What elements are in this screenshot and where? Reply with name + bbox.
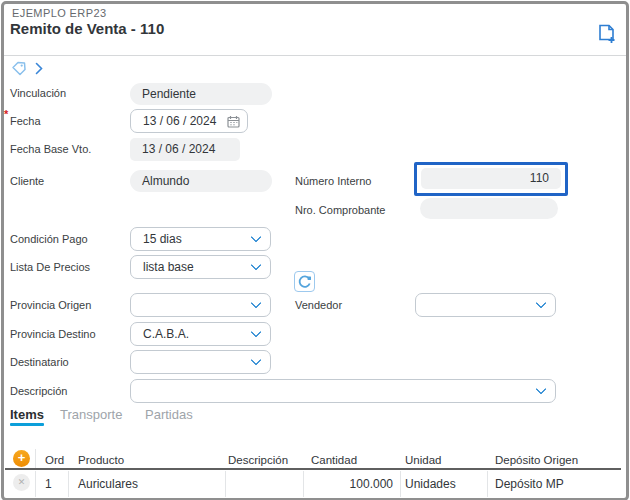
cell-producto: Auriculares [78, 477, 138, 491]
cell-ord: 1 [45, 477, 52, 491]
chevron-down-icon [535, 298, 546, 309]
nro-comprobante-field [420, 198, 558, 219]
header-divider [4, 55, 626, 56]
active-tab-underline [10, 423, 44, 426]
cell-cantidad: 100.000 [303, 477, 393, 491]
numero-interno-highlight: 110 [414, 162, 568, 196]
destinatario-select[interactable] [130, 350, 271, 374]
tab-partidas[interactable]: Partidas [145, 407, 193, 422]
fecha-label: Fecha [10, 115, 41, 127]
provincia-origen-select[interactable] [130, 293, 271, 317]
tab-items[interactable]: Items [10, 407, 44, 422]
descripcion-label: Descripción [10, 385, 67, 397]
cell-divider [68, 471, 69, 497]
numero-interno-label: Número Interno [295, 175, 371, 187]
fecha-required-marker: * [4, 108, 8, 120]
chevron-down-icon [250, 232, 261, 243]
vendedor-label: Vendedor [295, 299, 342, 311]
cell-divider [400, 471, 401, 497]
column-header-cantidad: Cantidad [311, 454, 357, 466]
fecha-date-input[interactable]: 13 / 06 / 2024 [130, 109, 248, 133]
cell-divider [35, 471, 36, 497]
lista-precios-select[interactable]: lista base [130, 255, 271, 279]
provincia-destino-label: Provincia Destino [10, 328, 96, 340]
destinatario-label: Destinatario [10, 356, 69, 368]
chevron-down-icon [250, 298, 261, 309]
provincia-destino-select[interactable]: C.A.B.A. [130, 322, 271, 346]
fecha-base-field: 13 / 06 / 2024 [130, 138, 240, 161]
tag-icon[interactable] [11, 61, 27, 76]
provincia-destino-value: C.A.B.A. [143, 327, 189, 341]
provincia-origen-label: Provincia Origen [10, 299, 91, 311]
chevron-down-icon [250, 327, 261, 338]
condicion-pago-value: 15 dias [143, 232, 182, 246]
refresh-button[interactable] [294, 271, 315, 292]
cliente-field: Almundo [130, 170, 272, 192]
fecha-base-label: Fecha Base Vto. [10, 143, 91, 155]
chevron-down-icon [250, 260, 261, 271]
table-row[interactable]: ✕ 1 Auriculares 100.000 Unidades Depósit… [0, 470, 630, 497]
delete-row-button[interactable]: ✕ [13, 474, 30, 491]
cliente-label: Cliente [10, 175, 44, 187]
page-title: Remito de Venta - 110 [10, 20, 164, 37]
vinculacion-field: Pendiente [130, 83, 272, 105]
column-header-unidad: Unidad [405, 454, 441, 466]
column-header-producto: Producto [78, 454, 124, 466]
vendedor-select[interactable] [415, 293, 556, 317]
chevron-down-icon [535, 384, 546, 395]
lista-precios-value: lista base [143, 260, 194, 274]
column-header-ord: Ord [45, 454, 64, 466]
column-header-descripcion: Descripción [228, 454, 288, 466]
condicion-pago-select[interactable]: 15 dias [130, 227, 271, 251]
calendar-icon[interactable] [227, 115, 240, 128]
descripcion-select[interactable] [130, 379, 556, 403]
numero-interno-field: 110 [421, 168, 561, 189]
add-row-button[interactable]: + [13, 450, 30, 467]
chevron-right-icon[interactable] [34, 62, 44, 75]
nro-comprobante-label: Nro. Comprobante [295, 204, 386, 216]
fecha-value: 13 / 06 / 2024 [143, 114, 216, 128]
chevron-down-icon [250, 355, 261, 366]
column-header-deposito: Depósito Origen [495, 454, 578, 466]
column-divider [35, 449, 36, 468]
tab-transporte[interactable]: Transporte [60, 407, 122, 422]
cell-divider [487, 471, 488, 497]
cell-divider [225, 471, 226, 497]
refresh-icon [295, 272, 314, 291]
app-title: EJEMPLO ERP23 [12, 7, 106, 19]
new-document-icon[interactable] [598, 24, 617, 45]
window-frame [1, 1, 629, 500]
condicion-pago-label: Condición Pago [10, 233, 88, 245]
cell-unidad: Unidades [405, 477, 456, 491]
lista-precios-label: Lista De Precios [10, 261, 90, 273]
cell-deposito: Depósito MP [495, 477, 564, 491]
vinculacion-label: Vinculación [10, 87, 66, 99]
